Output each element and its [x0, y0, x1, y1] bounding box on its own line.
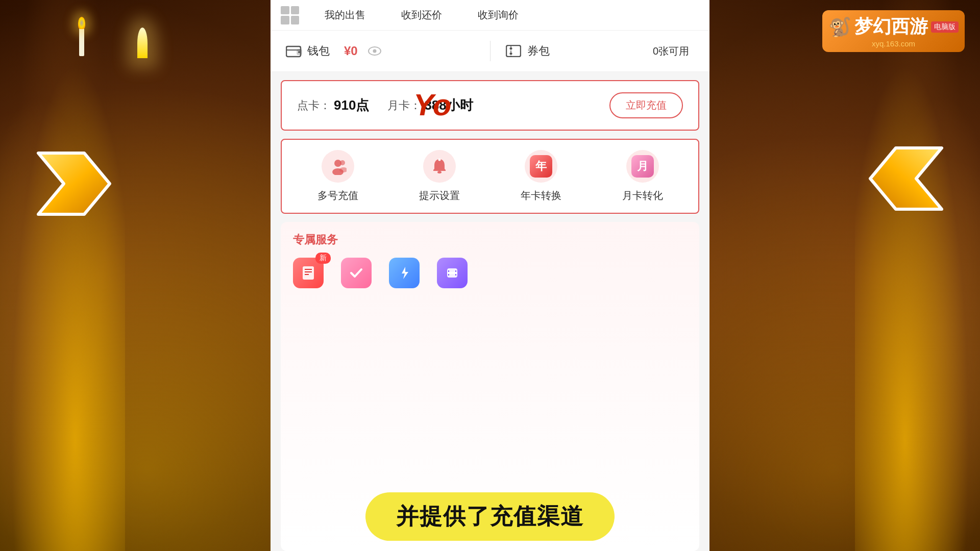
action-multi-recharge[interactable]: 多号充值	[317, 150, 358, 203]
left-treasure-decoration	[0, 0, 125, 551]
multi-recharge-icon	[322, 150, 354, 183]
points-card-section: 点卡： 910点 月卡： 388小时 立即充值	[281, 80, 699, 131]
new-badge: 新	[315, 253, 331, 264]
service-icon-3	[389, 258, 420, 288]
subtitle-bar: 并提供了充值渠道	[365, 492, 615, 541]
subtitle-text: 并提供了充值渠道	[396, 504, 584, 529]
service-item-1[interactable]: 新	[293, 258, 326, 290]
wallet-section: 钱包 ¥0 券包 0张可用	[271, 31, 709, 72]
service-item-3[interactable]	[389, 258, 422, 290]
service-icon-2	[341, 258, 372, 288]
logo-url: xyq.163.com	[872, 39, 915, 48]
svg-point-10	[509, 47, 512, 50]
coupon-icon	[506, 45, 521, 57]
coupon-label: 券包	[527, 43, 550, 59]
alert-settings-icon	[423, 150, 456, 183]
svg-rect-16	[437, 171, 442, 173]
action-month-convert[interactable]: 月 月卡转化	[622, 150, 663, 203]
quick-actions: 多号充值 提示设置 年 年卡转换 月 月卡转化	[281, 139, 699, 214]
points-value: 910点	[334, 96, 369, 114]
year-convert-label: 年卡转换	[521, 189, 561, 203]
recharge-button[interactable]: 立即充值	[609, 92, 683, 118]
wallet-left: 钱包 ¥0	[286, 43, 475, 59]
svg-marker-2	[870, 148, 942, 209]
svg-point-11	[509, 53, 512, 55]
service-item-4[interactable]	[437, 258, 470, 290]
tab-my-sale[interactable]: 我的出售	[309, 4, 381, 26]
logo-area: 🐒 梦幻西游 电脑版 xyq.163.com	[822, 10, 965, 52]
right-treasure-decoration	[855, 0, 980, 551]
month-convert-icon: 月	[626, 150, 659, 183]
right-arrow	[860, 138, 952, 219]
svg-rect-18	[303, 266, 314, 280]
main-panel: 我的出售 收到还价 收到询价 钱包 ¥0	[271, 0, 709, 551]
wallet-icon	[286, 44, 302, 58]
action-year-convert[interactable]: 年 年卡转换	[521, 150, 561, 203]
month-convert-label: 月卡转化	[622, 189, 663, 203]
service-icon-4	[437, 258, 468, 288]
eye-icon[interactable]	[368, 46, 381, 56]
svg-rect-8	[506, 45, 521, 57]
alert-settings-label: 提示设置	[419, 189, 460, 203]
svg-rect-23	[447, 272, 457, 274]
left-arrow	[28, 143, 120, 224]
year-convert-icon: 年	[525, 150, 557, 183]
svg-point-14	[340, 160, 345, 165]
coupon-count: 0张可用	[653, 44, 694, 58]
multi-recharge-label: 多号充值	[317, 189, 358, 203]
tab-received-counteroffer[interactable]: 收到还价	[386, 4, 457, 26]
yo-text: Yo	[413, 87, 451, 122]
svg-point-7	[298, 51, 300, 53]
services-title: 专属服务	[293, 232, 687, 247]
wallet-divider	[490, 41, 491, 61]
svg-point-17	[438, 159, 440, 161]
svg-marker-0	[38, 153, 110, 214]
points-label: 点卡：	[297, 98, 331, 113]
action-alert-settings[interactable]: 提示设置	[419, 150, 460, 203]
nav-tabs: 我的出售 收到还价 收到询价	[271, 0, 709, 31]
tab-received-inquiry[interactable]: 收到询价	[462, 4, 534, 26]
coupon-section: 券包 0张可用	[506, 43, 695, 59]
services-icons: 新	[293, 258, 687, 290]
wallet-label: 钱包	[307, 43, 330, 59]
grid-icon	[281, 6, 299, 24]
wallet-amount: ¥0	[344, 44, 358, 58]
service-item-2[interactable]	[341, 258, 374, 290]
